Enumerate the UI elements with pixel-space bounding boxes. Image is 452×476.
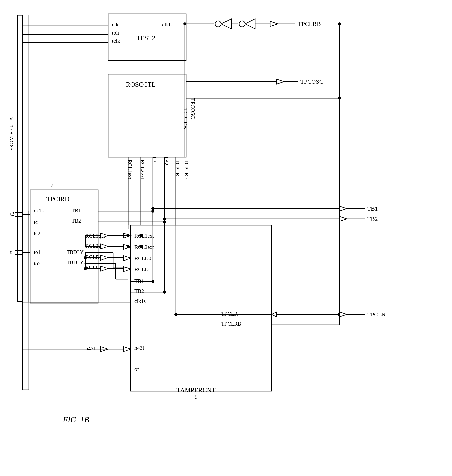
roscctl-rcl1ext-port: RCL1ext (127, 160, 133, 179)
tpcird-tc2: tc2 (34, 230, 40, 236)
svg-point-117 (338, 22, 341, 25)
svg-point-26 (183, 22, 186, 25)
tpcird-ck1k: ck1k (34, 208, 44, 214)
tampercnt-label: TAMPERCNT (176, 386, 215, 394)
roscctl-tb1-port: TB1 (152, 156, 158, 165)
tc-rcl2ext: RCL2ext (134, 244, 154, 250)
n43f-ext-label: n43f (85, 345, 95, 352)
tc-rcl1ext: RCL1ext (134, 233, 154, 239)
svg-marker-17 (277, 79, 284, 84)
svg-marker-30 (339, 206, 347, 211)
roscctl-tcplrb-port: TCPLRB (182, 108, 189, 129)
test2-tclk-port: tclk (112, 38, 120, 44)
svg-point-114 (84, 267, 87, 270)
svg-rect-39 (15, 212, 23, 217)
svg-point-119 (127, 245, 130, 248)
test2-label: TEST2 (136, 34, 155, 42)
roscctl-tcplrb2-port: TCPLRB (184, 160, 190, 180)
test2-clk-port: clk (112, 21, 119, 28)
roscctl-label: ROSCCTL (126, 81, 155, 88)
svg-point-5 (239, 21, 245, 27)
tpcird-tb1-right: TB1 (72, 208, 81, 214)
tpcird-label: TPCIRD (46, 195, 69, 203)
svg-marker-71 (123, 256, 131, 261)
tpclrb-top-label: TPCLRB (298, 21, 321, 27)
tampercnt-number: 9 (195, 393, 198, 400)
roscctl-tb2-port: TB2 (163, 156, 169, 165)
svg-marker-8 (270, 21, 278, 26)
svg-marker-75 (123, 267, 131, 272)
test2-clkb-port: clkb (162, 21, 172, 28)
svg-point-120 (139, 234, 142, 237)
roscctl-tcplr-port: TCPLR (175, 160, 181, 176)
tc-clk1s: clk1s (134, 298, 146, 304)
svg-marker-68 (101, 255, 108, 260)
tb1-output-label: TB1 (367, 205, 378, 212)
tpcird-tb2-right: TB2 (72, 218, 81, 224)
svg-marker-90 (272, 312, 277, 317)
tpclr-output-label: TPCLR (367, 311, 386, 318)
svg-point-34 (163, 217, 166, 220)
svg-marker-89 (339, 312, 347, 317)
svg-point-102 (151, 280, 154, 283)
tpcird-to1: to1 (34, 249, 41, 255)
svg-rect-41 (15, 251, 23, 255)
tpcird-to2: to2 (34, 261, 41, 267)
t1-label: t1 (10, 249, 14, 255)
rcld1-ext-label: RCLD1 (85, 264, 102, 270)
svg-point-101 (139, 245, 142, 248)
svg-point-99 (127, 234, 130, 237)
fig-label: FIG. 1B (63, 415, 89, 424)
svg-point-2 (215, 21, 221, 27)
schematic-svg: TEST2 clk tbit tclk clkb TPCLRB ROSCCTL … (0, 0, 452, 476)
svg-marker-6 (245, 19, 255, 29)
roscctl-tpcosc-port: TPCOSC (190, 98, 196, 119)
tc-n43f: n43f (134, 345, 144, 351)
tc-of: of (134, 366, 139, 372)
circuit-diagram: TEST2 clk tbit tclk clkb TPCLRB ROSCCTL … (0, 0, 452, 476)
tc-rcld1: RCLD1 (134, 266, 151, 272)
test2-tbit-port: tbit (112, 30, 119, 36)
tpcird-number: 7 (50, 182, 53, 189)
rcld0-ext-label: RCLD0 (85, 254, 102, 260)
roscctl-rcl2ext-port: RCL2ext (140, 160, 146, 179)
t2-label: t2 (10, 211, 14, 217)
tc-tb2: TB2 (134, 288, 144, 294)
tpcird-tbdly1: TBDLY1 (67, 249, 86, 255)
svg-marker-35 (339, 216, 347, 221)
svg-point-112 (84, 256, 87, 259)
svg-marker-72 (101, 266, 108, 271)
tc-rcld0: RCLD0 (134, 255, 151, 262)
tc-tpclr-right: TPCLR (221, 311, 238, 317)
from-fig-label: FROM FIG. 1A (8, 117, 14, 151)
svg-marker-85 (123, 347, 131, 352)
tb2-output-label: TB2 (367, 215, 378, 222)
svg-marker-3 (221, 19, 231, 29)
tpcosc-label: TPCOSC (300, 78, 323, 85)
tpcird-tbdly2: TBDLY2 (67, 259, 86, 265)
tc-tb1: TB1 (134, 278, 144, 284)
tpcird-tc1: tc1 (34, 219, 40, 225)
svg-point-118 (338, 97, 341, 100)
tc-tpclrb-right: TPCLRB (221, 321, 241, 327)
svg-point-103 (163, 291, 166, 294)
